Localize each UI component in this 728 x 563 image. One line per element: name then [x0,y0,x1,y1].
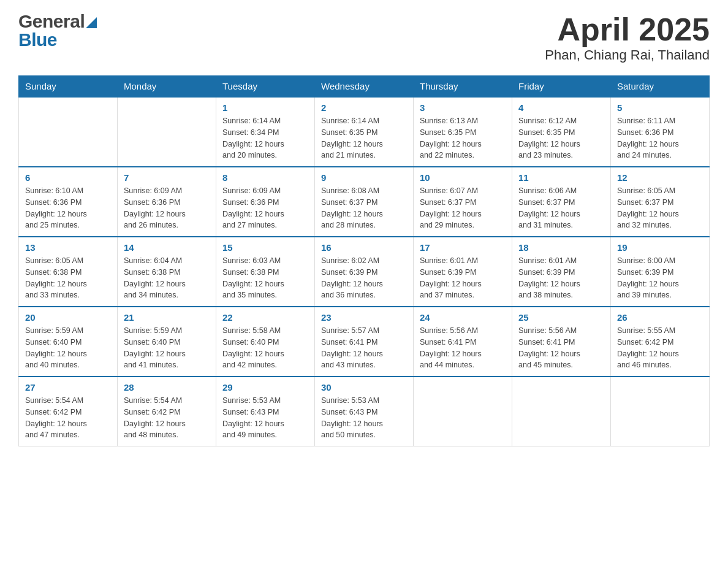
calendar-cell-w1-d5: 4Sunrise: 6:12 AM Sunset: 6:35 PM Daylig… [512,97,611,167]
calendar-cell-w2-d1: 7Sunrise: 6:09 AM Sunset: 6:36 PM Daylig… [118,167,216,237]
calendar-cell-w5-d2: 29Sunrise: 5:53 AM Sunset: 6:43 PM Dayli… [216,377,315,446]
logo: General Blue [18,12,97,49]
day-info: Sunrise: 6:04 AM Sunset: 6:38 PM Dayligh… [124,255,210,301]
day-info: Sunrise: 6:01 AM Sunset: 6:39 PM Dayligh… [518,255,604,301]
page-header: General Blue April 2025 Phan, Chiang Rai… [18,12,710,63]
day-info: Sunrise: 5:57 AM Sunset: 6:41 PM Dayligh… [321,325,407,371]
day-number: 3 [420,102,506,113]
header-thursday: Thursday [414,76,512,98]
day-number: 30 [321,382,407,393]
calendar-cell-w2-d3: 9Sunrise: 6:08 AM Sunset: 6:37 PM Daylig… [315,167,414,237]
day-number: 8 [222,172,308,183]
calendar-cell-w5-d5 [512,377,611,446]
calendar-cell-w4-d2: 22Sunrise: 5:58 AM Sunset: 6:40 PM Dayli… [216,307,315,377]
day-number: 25 [518,312,604,323]
page-subtitle: Phan, Chiang Rai, Thailand [545,47,710,63]
day-number: 22 [222,312,308,323]
day-info: Sunrise: 6:11 AM Sunset: 6:36 PM Dayligh… [617,115,703,161]
calendar-header-row: Sunday Monday Tuesday Wednesday Thursday… [19,76,710,98]
calendar-cell-w2-d5: 11Sunrise: 6:06 AM Sunset: 6:37 PM Dayli… [512,167,611,237]
day-number: 13 [25,242,111,253]
calendar-cell-w5-d6 [611,377,710,446]
calendar-cell-w4-d1: 21Sunrise: 5:59 AM Sunset: 6:40 PM Dayli… [118,307,216,377]
day-number: 11 [518,172,604,183]
day-info: Sunrise: 6:12 AM Sunset: 6:35 PM Dayligh… [518,115,604,161]
calendar-cell-w1-d1 [118,97,216,167]
logo-general-text: General [18,12,85,31]
calendar-cell-w2-d4: 10Sunrise: 6:07 AM Sunset: 6:37 PM Dayli… [414,167,512,237]
header-saturday: Saturday [611,76,710,98]
day-info: Sunrise: 6:05 AM Sunset: 6:37 PM Dayligh… [617,185,703,231]
day-info: Sunrise: 5:56 AM Sunset: 6:41 PM Dayligh… [518,325,604,371]
day-info: Sunrise: 5:58 AM Sunset: 6:40 PM Dayligh… [222,325,308,371]
calendar-cell-w2-d6: 12Sunrise: 6:05 AM Sunset: 6:37 PM Dayli… [611,167,710,237]
calendar-cell-w1-d2: 1Sunrise: 6:14 AM Sunset: 6:34 PM Daylig… [216,97,315,167]
calendar-week-2: 6Sunrise: 6:10 AM Sunset: 6:36 PM Daylig… [19,167,710,237]
header-sunday: Sunday [19,76,118,98]
calendar-week-4: 20Sunrise: 5:59 AM Sunset: 6:40 PM Dayli… [19,307,710,377]
calendar-cell-w1-d4: 3Sunrise: 6:13 AM Sunset: 6:35 PM Daylig… [414,97,512,167]
calendar-cell-w5-d3: 30Sunrise: 5:53 AM Sunset: 6:43 PM Dayli… [315,377,414,446]
day-number: 6 [25,172,111,183]
day-number: 15 [222,242,308,253]
calendar-cell-w4-d4: 24Sunrise: 5:56 AM Sunset: 6:41 PM Dayli… [414,307,512,377]
day-info: Sunrise: 5:54 AM Sunset: 6:42 PM Dayligh… [25,395,111,441]
day-info: Sunrise: 6:06 AM Sunset: 6:37 PM Dayligh… [518,185,604,231]
calendar-cell-w5-d4 [414,377,512,446]
day-number: 26 [617,312,703,323]
day-info: Sunrise: 5:59 AM Sunset: 6:40 PM Dayligh… [124,325,210,371]
day-number: 9 [321,172,407,183]
day-info: Sunrise: 6:09 AM Sunset: 6:36 PM Dayligh… [222,185,308,231]
day-info: Sunrise: 6:00 AM Sunset: 6:39 PM Dayligh… [617,255,703,301]
calendar-cell-w2-d0: 6Sunrise: 6:10 AM Sunset: 6:36 PM Daylig… [19,167,118,237]
calendar-cell-w5-d1: 28Sunrise: 5:54 AM Sunset: 6:42 PM Dayli… [118,377,216,446]
day-number: 7 [124,172,210,183]
day-number: 14 [124,242,210,253]
day-number: 17 [420,242,506,253]
day-number: 2 [321,102,407,113]
logo-blue-text: Blue [18,29,57,50]
calendar-cell-w4-d6: 26Sunrise: 5:55 AM Sunset: 6:42 PM Dayli… [611,307,710,377]
calendar-cell-w2-d2: 8Sunrise: 6:09 AM Sunset: 6:36 PM Daylig… [216,167,315,237]
day-info: Sunrise: 6:08 AM Sunset: 6:37 PM Dayligh… [321,185,407,231]
day-number: 24 [420,312,506,323]
day-number: 19 [617,242,703,253]
header-monday: Monday [118,76,216,98]
calendar-cell-w1-d6: 5Sunrise: 6:11 AM Sunset: 6:36 PM Daylig… [611,97,710,167]
day-info: Sunrise: 5:53 AM Sunset: 6:43 PM Dayligh… [222,395,308,441]
day-number: 28 [124,382,210,393]
logo-triangle-icon [86,17,97,28]
day-info: Sunrise: 6:03 AM Sunset: 6:38 PM Dayligh… [222,255,308,301]
calendar-week-1: 1Sunrise: 6:14 AM Sunset: 6:34 PM Daylig… [19,97,710,167]
calendar-cell-w3-d4: 17Sunrise: 6:01 AM Sunset: 6:39 PM Dayli… [414,237,512,307]
day-number: 5 [617,102,703,113]
calendar-cell-w3-d5: 18Sunrise: 6:01 AM Sunset: 6:39 PM Dayli… [512,237,611,307]
day-number: 29 [222,382,308,393]
calendar-cell-w5-d0: 27Sunrise: 5:54 AM Sunset: 6:42 PM Dayli… [19,377,118,446]
day-number: 12 [617,172,703,183]
calendar-cell-w3-d2: 15Sunrise: 6:03 AM Sunset: 6:38 PM Dayli… [216,237,315,307]
calendar-cell-w4-d5: 25Sunrise: 5:56 AM Sunset: 6:41 PM Dayli… [512,307,611,377]
day-info: Sunrise: 5:54 AM Sunset: 6:42 PM Dayligh… [124,395,210,441]
day-info: Sunrise: 6:13 AM Sunset: 6:35 PM Dayligh… [420,115,506,161]
day-info: Sunrise: 6:14 AM Sunset: 6:34 PM Dayligh… [222,115,308,161]
calendar-cell-w3-d3: 16Sunrise: 6:02 AM Sunset: 6:39 PM Dayli… [315,237,414,307]
day-info: Sunrise: 6:05 AM Sunset: 6:38 PM Dayligh… [25,255,111,301]
day-info: Sunrise: 6:14 AM Sunset: 6:35 PM Dayligh… [321,115,407,161]
calendar-cell-w1-d3: 2Sunrise: 6:14 AM Sunset: 6:35 PM Daylig… [315,97,414,167]
header-wednesday: Wednesday [315,76,414,98]
header-tuesday: Tuesday [216,76,315,98]
page-title: April 2025 [545,12,710,47]
calendar-week-3: 13Sunrise: 6:05 AM Sunset: 6:38 PM Dayli… [19,237,710,307]
day-info: Sunrise: 6:09 AM Sunset: 6:36 PM Dayligh… [124,185,210,231]
day-info: Sunrise: 6:01 AM Sunset: 6:39 PM Dayligh… [420,255,506,301]
day-number: 27 [25,382,111,393]
day-number: 4 [518,102,604,113]
day-info: Sunrise: 5:56 AM Sunset: 6:41 PM Dayligh… [420,325,506,371]
calendar-cell-w4-d3: 23Sunrise: 5:57 AM Sunset: 6:41 PM Dayli… [315,307,414,377]
day-number: 20 [25,312,111,323]
day-info: Sunrise: 5:53 AM Sunset: 6:43 PM Dayligh… [321,395,407,441]
day-number: 21 [124,312,210,323]
calendar-cell-w1-d0 [19,97,118,167]
calendar-cell-w3-d0: 13Sunrise: 6:05 AM Sunset: 6:38 PM Dayli… [19,237,118,307]
